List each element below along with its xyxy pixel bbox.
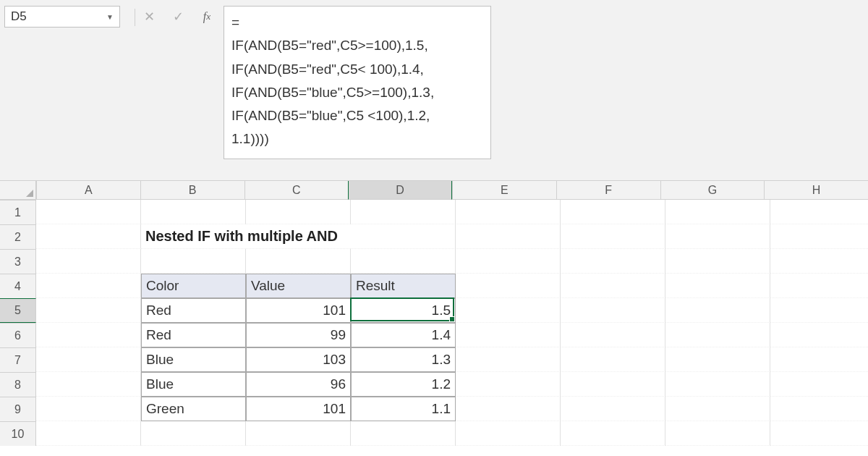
cell-C1[interactable]	[246, 200, 351, 224]
row-header-10[interactable]: 10	[0, 421, 36, 446]
cell-E9[interactable]	[456, 397, 561, 421]
cell-D9[interactable]: 1.1	[351, 397, 456, 421]
cell-E6[interactable]	[456, 323, 561, 347]
cell-C7[interactable]: 103	[246, 347, 351, 372]
cell-A2[interactable]	[36, 224, 141, 249]
cell-G1[interactable]	[665, 200, 770, 224]
col-header-G[interactable]: G	[660, 181, 765, 200]
cell-D2[interactable]	[351, 224, 456, 249]
cell-E8[interactable]	[456, 372, 561, 397]
cell-B3[interactable]	[141, 249, 246, 274]
cell-G10[interactable]	[665, 421, 770, 446]
cell-E2[interactable]	[456, 224, 561, 249]
cell-A6[interactable]	[36, 323, 141, 347]
cell-C3[interactable]	[246, 249, 351, 274]
cell-C10[interactable]	[246, 421, 351, 446]
cell-B7[interactable]: Blue	[141, 347, 246, 372]
select-all-corner[interactable]	[0, 181, 36, 200]
row-header-3[interactable]: 3	[0, 249, 36, 274]
cell-G8[interactable]	[665, 372, 770, 397]
cell-B10[interactable]	[141, 421, 246, 446]
cell-C8[interactable]: 96	[246, 372, 351, 397]
row-header-9[interactable]: 9	[0, 397, 36, 421]
table-header-value[interactable]: Value	[246, 274, 351, 298]
cell-A4[interactable]	[36, 274, 141, 298]
cell-A9[interactable]	[36, 397, 141, 421]
cell-G5[interactable]	[665, 298, 770, 323]
col-header-H[interactable]: H	[764, 181, 868, 200]
table-header-color[interactable]: Color	[141, 274, 246, 298]
cell-F4[interactable]	[561, 274, 665, 298]
spreadsheet-grid[interactable]: A B C D E F G H 1 2 3 4 5 6 7 8 9 10	[0, 181, 868, 456]
cell-E5[interactable]	[456, 298, 561, 323]
cell-G6[interactable]	[665, 323, 770, 347]
row-header-8[interactable]: 8	[0, 372, 36, 397]
name-box-dropdown-icon[interactable]: ▼	[106, 13, 114, 21]
insert-function-icon[interactable]: fx	[199, 9, 215, 25]
cell-E10[interactable]	[456, 421, 561, 446]
row-header-4[interactable]: 4	[0, 274, 36, 298]
cell-G3[interactable]	[665, 249, 770, 274]
cell-H5[interactable]	[770, 298, 868, 323]
row-header-2[interactable]: 2	[0, 224, 36, 249]
table-header-result[interactable]: Result	[351, 274, 456, 298]
cell-D8[interactable]: 1.2	[351, 372, 456, 397]
cell-F6[interactable]	[561, 323, 665, 347]
cell-H10[interactable]	[770, 421, 868, 446]
cell-F7[interactable]	[561, 347, 665, 372]
row-header-1[interactable]: 1	[0, 200, 36, 224]
cell-F5[interactable]	[561, 298, 665, 323]
col-header-D[interactable]: D	[348, 181, 452, 200]
cell-F10[interactable]	[561, 421, 665, 446]
cell-A8[interactable]	[36, 372, 141, 397]
col-header-C[interactable]: C	[244, 181, 349, 200]
cell-F9[interactable]	[561, 397, 665, 421]
cell-H4[interactable]	[770, 274, 868, 298]
cell-B5[interactable]: Red	[141, 298, 246, 323]
cell-D7[interactable]: 1.3	[351, 347, 456, 372]
cell-F1[interactable]	[561, 200, 665, 224]
col-header-E[interactable]: E	[452, 181, 556, 200]
cell-B1[interactable]	[141, 200, 246, 224]
cell-A1[interactable]	[36, 200, 141, 224]
name-box[interactable]: D5 ▼	[4, 6, 120, 28]
cell-H2[interactable]	[770, 224, 868, 249]
cell-G9[interactable]	[665, 397, 770, 421]
cell-H6[interactable]	[770, 323, 868, 347]
cell-F8[interactable]	[561, 372, 665, 397]
cell-D6[interactable]: 1.4	[351, 323, 456, 347]
col-header-A[interactable]: A	[36, 181, 140, 200]
cell-E1[interactable]	[456, 200, 561, 224]
enter-icon[interactable]: ✓	[170, 9, 186, 25]
cell-H1[interactable]	[770, 200, 868, 224]
cells-area[interactable]: Nested IF with multiple AND Color Value	[36, 200, 868, 446]
cell-E4[interactable]	[456, 274, 561, 298]
cell-A10[interactable]	[36, 421, 141, 446]
cell-G2[interactable]	[665, 224, 770, 249]
cell-D10[interactable]	[351, 421, 456, 446]
cell-G4[interactable]	[665, 274, 770, 298]
cell-C9[interactable]: 101	[246, 397, 351, 421]
cell-D3[interactable]	[351, 249, 456, 274]
cell-A5[interactable]	[36, 298, 141, 323]
cell-A7[interactable]	[36, 347, 141, 372]
formula-bar-input[interactable]: = IF(AND(B5="red",C5>=100),1.5, IF(AND(B…	[224, 6, 491, 159]
cell-G7[interactable]	[665, 347, 770, 372]
cell-A3[interactable]	[36, 249, 141, 274]
cancel-icon[interactable]: ✕	[141, 9, 157, 25]
col-header-B[interactable]: B	[140, 181, 244, 200]
cell-B6[interactable]: Red	[141, 323, 246, 347]
row-header-7[interactable]: 7	[0, 347, 36, 372]
cell-H7[interactable]	[770, 347, 868, 372]
row-header-6[interactable]: 6	[0, 323, 36, 347]
cell-E3[interactable]	[456, 249, 561, 274]
cell-E7[interactable]	[456, 347, 561, 372]
cell-C6[interactable]: 99	[246, 323, 351, 347]
cell-B8[interactable]: Blue	[141, 372, 246, 397]
cell-D1[interactable]	[351, 200, 456, 224]
col-header-F[interactable]: F	[556, 181, 660, 200]
cell-H9[interactable]	[770, 397, 868, 421]
row-header-5[interactable]: 5	[0, 298, 36, 323]
cell-B2[interactable]: Nested IF with multiple AND	[141, 224, 246, 249]
cell-D5[interactable]: 1.5	[351, 298, 456, 323]
